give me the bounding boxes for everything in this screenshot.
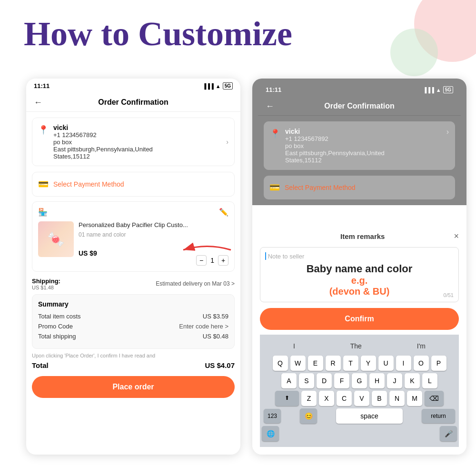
key-u[interactable]: U [378, 356, 394, 371]
shipping-cost: US $1.48 [32, 285, 60, 290]
status-icons-right: ▐▐▐ ▲ 5G [423, 86, 453, 93]
back-button-left[interactable]: ← [34, 98, 42, 108]
address-phone: +1 1234567892 [53, 131, 221, 139]
key-a[interactable]: A [281, 373, 297, 388]
key-o[interactable]: O [414, 356, 429, 371]
key-s[interactable]: S [299, 373, 314, 388]
status-bar-right: 11:11 ▐▐▐ ▲ 5G [258, 82, 461, 97]
summary-section: Summary Total item costs US $3.59 Promo … [32, 294, 235, 349]
keyboard-bottom-row: 123 😊 space return [262, 408, 457, 424]
key-q[interactable]: Q [273, 356, 288, 371]
key-f[interactable]: F [334, 373, 349, 388]
key-g[interactable]: G [352, 373, 367, 388]
key-d[interactable]: D [317, 373, 332, 388]
key-e[interactable]: E [308, 356, 323, 371]
total-shipping-label: Total shipping [38, 333, 76, 340]
modal-close-button[interactable]: × [454, 231, 459, 241]
suggestion-im[interactable]: I'm [413, 340, 429, 352]
key-h[interactable]: H [369, 373, 385, 388]
status-icons-left: ▐▐▐ ▲ 5G [202, 82, 233, 89]
key-n[interactable]: N [389, 391, 405, 406]
char-count: 0/51 [444, 292, 454, 298]
page-header-left: ← Order Confirmation [26, 93, 240, 112]
summary-promo-row[interactable]: Promo Code Enter code here > [38, 323, 228, 330]
microphone-key[interactable]: 🎤 [440, 426, 457, 441]
key-y[interactable]: Y [361, 356, 376, 371]
key-v[interactable]: V [354, 391, 369, 406]
shipping-delivery: Estimated delivery on Mar 03 > [156, 280, 235, 287]
shift-key[interactable]: ⬆ [275, 391, 299, 406]
suggestion-the[interactable]: The [347, 340, 366, 352]
place-order-button[interactable]: Place order [32, 376, 235, 398]
select-payment-label: Select Payment Method [53, 180, 124, 188]
key-b[interactable]: B [372, 391, 387, 406]
emoji-key[interactable]: 😊 [300, 408, 317, 424]
key-m[interactable]: M [407, 391, 422, 406]
address-line3-right: States,15112 [285, 157, 442, 164]
key-r[interactable]: R [326, 356, 341, 371]
hint-line3: (devon & BU) [265, 286, 454, 297]
item-remarks-modal: Item remarks × Note to seller Baby name … [252, 224, 466, 455]
key-k[interactable]: K [405, 373, 420, 388]
confirm-button[interactable]: Confirm [260, 308, 459, 330]
signal-icon: ▐▐▐ [202, 83, 213, 89]
keyboard-row-3: ⬆ Z X C V B N M ⌫ [262, 391, 457, 406]
keyboard: I The I'm Q W E R T Y U I O P A S D [260, 335, 459, 447]
location-icon: 📍 [38, 125, 49, 135]
summary-item-costs-row: Total item costs US $3.59 [38, 313, 228, 320]
address-card-right[interactable]: 📍 vicki +1 1234567892 po box East pittsb… [264, 121, 455, 170]
shipping-row: Shipping: US $1.48 Estimated delivery on… [32, 278, 235, 290]
address-phone-right: +1 1234567892 [285, 135, 442, 142]
store-header: 🏪 ✏️ [38, 208, 228, 217]
edit-note-icon[interactable]: ✏️ [219, 208, 228, 217]
key-j[interactable]: J [387, 373, 402, 388]
key-i[interactable]: I [396, 356, 411, 371]
wifi-icon: ▲ [216, 83, 221, 89]
key-p[interactable]: P [431, 356, 446, 371]
summary-shipping-row: Total shipping US $0.48 [38, 333, 228, 340]
product-name: Personalized Baby Pacifier Clip Custo... [79, 221, 228, 229]
location-icon-right: 📍 [270, 129, 280, 139]
key-l[interactable]: L [422, 373, 437, 388]
address-info-right: vicki +1 1234567892 po box East pittsbur… [285, 128, 442, 164]
keyboard-row-1: Q W E R T Y U I O P [262, 356, 457, 371]
keyboard-extra-row: 🌐 🎤 [262, 426, 457, 441]
address-chevron-icon: › [226, 138, 228, 146]
hint-line1: Baby name and color [265, 263, 454, 275]
address-line2-right: East pittsburgh,Pennsylvania,United [285, 149, 442, 157]
key-t[interactable]: T [343, 356, 358, 371]
return-key[interactable]: return [422, 409, 455, 423]
back-button-right[interactable]: ← [266, 101, 274, 111]
time-right: 11:11 [266, 86, 281, 93]
modal-title: Item remarks [271, 232, 454, 240]
key-w[interactable]: W [290, 356, 306, 371]
payment-row-left[interactable]: 💳 Select Payment Method [32, 172, 235, 197]
address-line1-right: po box [285, 142, 442, 149]
address-card-left[interactable]: 📍 vicki +1 1234567892 po box East pittsb… [32, 118, 235, 166]
total-shipping-value: US $0.48 [203, 333, 228, 340]
battery-icon-right: 5G [443, 86, 453, 93]
promo-value[interactable]: Enter code here > [179, 323, 228, 330]
key-z[interactable]: Z [301, 391, 317, 406]
address-chevron-right: › [446, 128, 449, 136]
backspace-key[interactable]: ⌫ [425, 391, 444, 406]
numbers-key[interactable]: 123 [264, 409, 281, 423]
shipping-label: Shipping: [32, 278, 60, 285]
payment-icon: 💳 [38, 179, 49, 189]
key-x[interactable]: X [319, 391, 334, 406]
disclaimer-text: Upon clicking 'Place Order', I confirm I… [32, 353, 235, 358]
key-c[interactable]: C [337, 391, 352, 406]
space-key[interactable]: space [336, 408, 403, 424]
text-cursor [265, 252, 266, 260]
page-title: How to Customize [24, 14, 292, 54]
product-variant: 01 name and color [79, 231, 228, 238]
product-price: US $9 [79, 249, 97, 257]
signal-icon-right: ▐▐▐ [423, 87, 434, 93]
keyboard-suggestions: I The I'm [262, 338, 457, 354]
promo-label: Promo Code [38, 323, 73, 330]
right-phone: 11:11 ▐▐▐ ▲ 5G ← Order Confirmation 📍 vi… [252, 79, 466, 455]
payment-row-right[interactable]: 💳 Select Payment Method [264, 176, 455, 199]
note-to-seller-area[interactable]: Note to seller Baby name and color e.g. … [260, 247, 459, 302]
globe-key[interactable]: 🌐 [262, 426, 279, 441]
suggestion-i[interactable]: I [289, 340, 299, 352]
